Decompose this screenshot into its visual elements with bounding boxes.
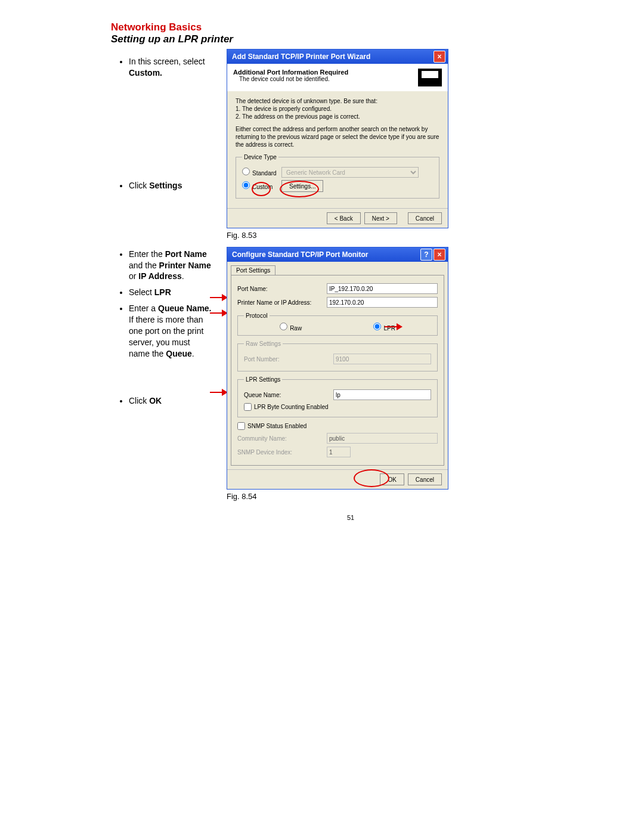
arrow-annotation xyxy=(210,392,223,393)
wizard-text: The detected device is of unknown type. … xyxy=(236,97,439,105)
port-number-label: Port Number: xyxy=(244,356,333,363)
instruction-enter-port: Enter the Port Name and the Printer Name… xyxy=(129,249,212,283)
lpr-byte-counting-checkbox[interactable] xyxy=(244,403,252,411)
radio-raw[interactable]: Raw xyxy=(280,323,302,332)
instruction-select-lpr: Select LPR xyxy=(129,287,212,298)
cancel-button[interactable]: Cancel xyxy=(408,473,442,485)
next-button[interactable]: Next > xyxy=(364,212,397,224)
snmp-index-label: SNMP Device Index: xyxy=(237,449,327,456)
wizard-text: 2. The address on the previous page is c… xyxy=(236,113,439,120)
printer-address-label: Printer Name or IP Address: xyxy=(237,299,327,306)
section-title: Networking Basics xyxy=(111,21,590,33)
close-icon[interactable]: × xyxy=(434,249,445,261)
snmp-enabled-label: SNMP Status Enabled xyxy=(247,423,306,429)
lpr-settings-legend: LPR Settings xyxy=(244,376,282,383)
radio-custom[interactable]: Custom xyxy=(242,181,277,191)
cancel-button[interactable]: Cancel xyxy=(408,212,442,224)
port-name-label: Port Name: xyxy=(237,286,327,292)
wizard-text: Either correct the address and perform a… xyxy=(236,125,439,148)
figure-caption: Fig. 8.53 xyxy=(227,231,448,240)
tab-port-settings[interactable]: Port Settings xyxy=(231,265,275,275)
section-subtitle: Setting up an LPR printer xyxy=(111,33,590,45)
help-icon[interactable]: ? xyxy=(420,249,432,261)
figure-caption: Fig. 8.54 xyxy=(227,492,448,501)
wizard-dialog: Add Standard TCP/IP Printer Port Wizard … xyxy=(227,49,448,228)
arrow-annotation xyxy=(210,297,223,298)
printer-icon xyxy=(418,69,442,86)
port-number-input xyxy=(333,354,431,364)
radio-standard[interactable]: Standard xyxy=(242,168,277,177)
wizard-heading: Additional Port Information Required xyxy=(233,69,418,76)
snmp-index-input xyxy=(327,447,351,457)
close-icon[interactable]: × xyxy=(434,51,445,63)
device-type-select[interactable]: Generic Network Card xyxy=(281,167,419,178)
instruction-click-settings: Click Settings xyxy=(129,180,212,191)
device-type-legend: Device Type xyxy=(242,153,278,161)
community-name-input xyxy=(327,433,438,444)
queue-name-label: Queue Name: xyxy=(244,392,333,398)
dialog-title: Configure Standard TCP/IP Port Monitor xyxy=(230,250,419,259)
settings-button[interactable]: Settings... xyxy=(281,180,323,192)
wizard-subheading: The device could not be identified. xyxy=(233,76,418,82)
ok-button[interactable]: OK xyxy=(380,473,404,485)
arrow-annotation xyxy=(385,326,398,327)
arrow-annotation xyxy=(210,312,223,314)
protocol-legend: Protocol xyxy=(244,312,270,319)
port-name-input[interactable] xyxy=(327,283,438,294)
instruction-click-ok: Click OK xyxy=(129,395,212,407)
instruction-queue-name: Enter a Queue Name. If there is more tha… xyxy=(129,303,212,359)
queue-name-input[interactable] xyxy=(333,389,431,400)
page-number: 51 xyxy=(111,514,590,521)
dialog-title: Add Standard TCP/IP Printer Port Wizard xyxy=(230,52,432,61)
wizard-text: 1. The device is properly configured. xyxy=(236,105,439,113)
community-name-label: Community Name: xyxy=(237,435,327,442)
raw-settings-legend: Raw Settings xyxy=(244,340,283,347)
printer-address-input[interactable] xyxy=(327,297,438,308)
instruction-select-custom: In this screen, select Custom. xyxy=(129,56,212,79)
lpr-byte-counting-label: LPR Byte Counting Enabled xyxy=(254,404,329,410)
back-button[interactable]: < Back xyxy=(327,212,361,224)
config-dialog: Configure Standard TCP/IP Port Monitor ?… xyxy=(227,247,448,490)
snmp-enabled-checkbox[interactable] xyxy=(237,422,245,430)
